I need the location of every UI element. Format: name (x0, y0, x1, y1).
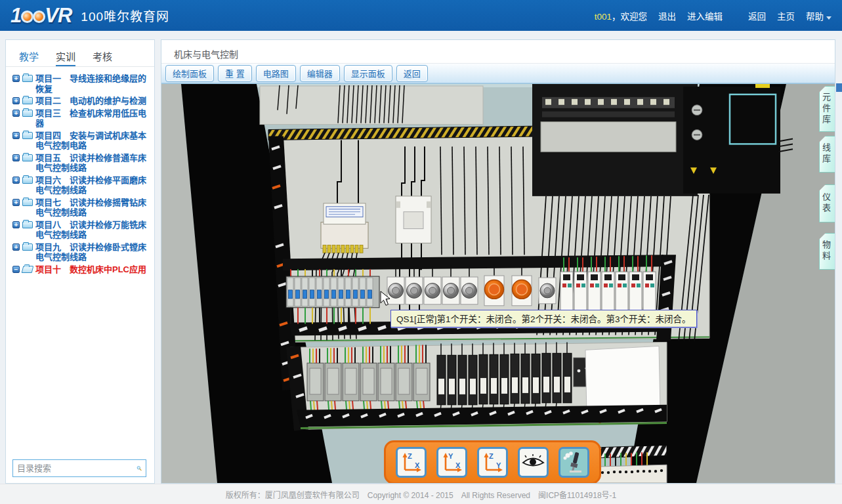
component-tooltip: QS1[正常]第1个开关：未闭合。第2个开关：未闭合。第3个开关：未闭合。 (390, 310, 697, 327)
site-logo[interactable]: 1VR (11, 4, 72, 28)
tab-training[interactable]: 实训 (56, 49, 75, 66)
top-header: 1VR 100唯尔教育网 t001，欢迎您 退出 进入编辑 返回 主页 帮助 (0, 0, 842, 31)
tab-component-library[interactable]: 元件库 (819, 86, 835, 132)
expand-icon[interactable] (12, 177, 20, 184)
expand-icon[interactable] (12, 243, 20, 251)
svg-text:Z: Z (489, 452, 494, 460)
search-input[interactable] (13, 463, 137, 473)
tab-instruments[interactable]: 仪表 (819, 184, 835, 222)
svg-text:X: X (415, 461, 420, 469)
viewport-3d[interactable]: QS1[正常]第1个开关：未闭合。第2个开关：未闭合。第3个开关：未闭合。 元件… (161, 83, 835, 483)
draw-panel-button[interactable]: 绘制面板 (165, 65, 214, 82)
catalog-search (12, 459, 146, 477)
tab-assessment[interactable]: 考核 (93, 49, 112, 66)
top-panel (260, 85, 483, 125)
home-link[interactable]: 主页 (777, 9, 795, 22)
screwdriver-icon (562, 450, 586, 474)
open-folder-icon (22, 266, 34, 273)
expand-icon[interactable] (12, 132, 20, 139)
sidebar-tabs: 教学 实训 考核 (6, 40, 154, 67)
folder-icon (22, 243, 33, 251)
view-toolbar-3d: Z X Y X Z (384, 440, 601, 483)
sidebar-item-project-4[interactable]: 项目四 安装与调试机床基本电气控制电路 (12, 131, 152, 151)
svg-text:Y: Y (448, 452, 453, 460)
collapse-icon[interactable] (12, 266, 20, 273)
folder-icon (22, 199, 33, 206)
content-tabrow: 机床与电气控制 (161, 40, 835, 64)
expand-icon[interactable] (12, 221, 20, 228)
scroll-marker[interactable] (836, 83, 842, 92)
tab-materials[interactable]: 物料 (819, 233, 835, 270)
sidebar-item-project-2[interactable]: 项目二 电动机的维护与检测 (12, 96, 152, 106)
sidebar-item-project-10[interactable]: 项目十 数控机床中PLC应用 (12, 264, 152, 275)
view-zy-button[interactable]: Z Y (477, 447, 508, 478)
circuit-diagram-button[interactable]: 电路图 (256, 65, 296, 82)
folder-icon (22, 221, 33, 228)
expand-icon[interactable] (12, 110, 20, 117)
search-icon[interactable] (137, 463, 142, 474)
sidebar-item-project-9[interactable]: 项目九 识读并检修卧式镗床电气控制线路 (12, 242, 152, 262)
lower-terminal-row[interactable] (286, 342, 667, 430)
page-footer: 版权所有：厦门凤凰创壹软件有限公司 Copyright © 2014 - 201… (0, 484, 842, 504)
sidebar-item-project-7[interactable]: 项目七 识读并检修摇臂钻床电气控制线路 (12, 198, 152, 218)
logout-link[interactable]: 退出 (658, 9, 676, 22)
site-title: 100唯尔教育网 (81, 7, 169, 24)
sidebar-item-project-3[interactable]: 项目三 检查机床常用低压电器 (12, 108, 152, 129)
eye-icon (521, 450, 545, 474)
chevron-down-icon (826, 16, 831, 20)
enter-edit-link[interactable]: 进入编辑 (687, 9, 723, 22)
expand-icon[interactable] (12, 97, 20, 104)
header-nav: t001，欢迎您 退出 进入编辑 返回 主页 帮助 (595, 9, 831, 22)
assemble-tool-button[interactable] (558, 447, 589, 478)
show-panel-button[interactable]: 显示面板 (344, 65, 392, 82)
username: t001 (595, 12, 612, 22)
editor-button[interactable]: 编辑器 (300, 65, 340, 82)
scene-toolbar: 绘制面板 重 置 电路图 编辑器 显示面板 返回 (161, 64, 835, 83)
copyright-text: 版权所有：厦门凤凰创壹软件有限公司 Copyright © 2014 - 201… (226, 489, 616, 500)
axis-zx-icon: Z X (399, 450, 423, 474)
expand-icon[interactable] (12, 75, 20, 82)
main-panel: 机床与电气控制 绘制面板 重 置 电路图 编辑器 显示面板 返回 (161, 39, 835, 484)
sidebar: 教学 实训 考核 项目一 导线连接和绝缘层的恢复 项目二 电动机的维护与检测 项… (5, 39, 155, 484)
machine-cabinet-scene[interactable] (161, 84, 835, 483)
folder-icon (22, 75, 33, 82)
view-yx-button[interactable]: Y X (436, 447, 467, 478)
sidebar-item-project-5[interactable]: 项目五 识读并检修普通车床电气控制线路 (12, 153, 152, 173)
svg-text:X: X (455, 461, 461, 469)
axis-yx-icon: Y X (440, 450, 464, 474)
tab-wire-library[interactable]: 线库 (819, 136, 835, 173)
help-menu[interactable]: 帮助 (806, 9, 831, 22)
sidebar-item-project-8[interactable]: 项目八 识读并检修万能铣床电气控制线路 (12, 220, 152, 240)
folder-icon (22, 154, 33, 161)
axis-zy-icon: Z Y (480, 450, 505, 474)
folder-icon (22, 97, 33, 104)
svg-text:Z: Z (408, 452, 412, 460)
welcome-text: t001，欢迎您 (595, 9, 647, 22)
folder-icon (22, 177, 33, 184)
logo-eye-icon (21, 10, 33, 23)
back-link[interactable]: 返回 (748, 9, 766, 22)
return-button[interactable]: 返回 (396, 65, 428, 82)
sidebar-item-project-1[interactable]: 项目一 导线连接和绝缘层的恢复 (12, 74, 152, 94)
expand-icon[interactable] (12, 199, 20, 206)
sidebar-item-project-6[interactable]: 项目六 识读并检修平面磨床电气控制线路 (12, 175, 152, 196)
blank-plate (585, 346, 660, 413)
expand-icon[interactable] (12, 154, 20, 161)
reset-button[interactable]: 重 置 (218, 65, 252, 82)
view-eye-button[interactable] (518, 447, 549, 478)
svg-text:Y: Y (496, 461, 501, 469)
tab-teaching[interactable]: 教学 (19, 49, 39, 66)
logo-eye-icon (33, 10, 45, 23)
view-zx-button[interactable]: Z X (396, 447, 427, 478)
folder-icon (22, 132, 33, 139)
folder-icon (22, 110, 33, 117)
project-tree: 项目一 导线连接和绝缘层的恢复 项目二 电动机的维护与检测 项目三 检查机床常用… (6, 67, 154, 274)
